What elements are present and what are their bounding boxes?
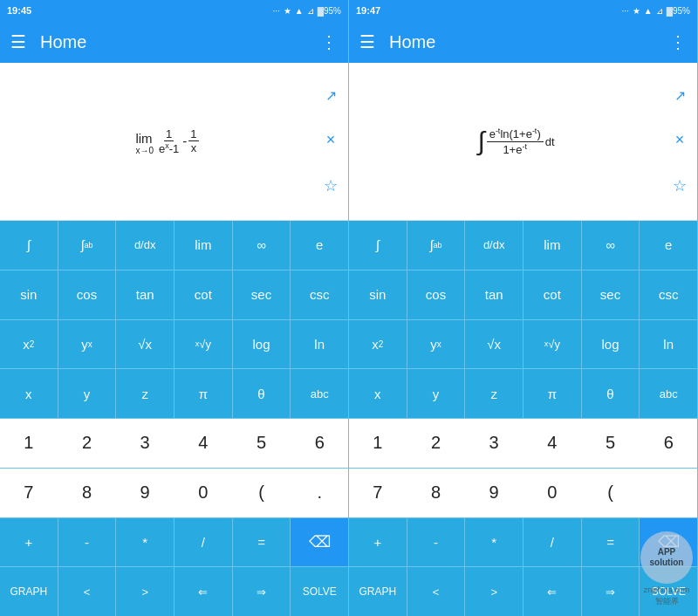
key-log-left[interactable]: log (233, 320, 291, 369)
key-abc-left[interactable]: abc (291, 369, 348, 418)
key-3-right[interactable]: 3 (465, 419, 524, 468)
key-tan-right[interactable]: tan (465, 270, 524, 319)
key-div-right[interactable]: / (524, 518, 582, 567)
key-graph-right[interactable]: GRAPH (349, 567, 407, 616)
key-inf-left[interactable]: ∞ (233, 221, 291, 270)
key-gt-right[interactable]: > (465, 567, 524, 616)
key-theta-right[interactable]: θ (582, 369, 640, 418)
key-cos-right[interactable]: cos (407, 270, 466, 319)
key-lim-left[interactable]: lim (174, 221, 233, 270)
key-plus-right[interactable]: + (349, 518, 407, 567)
key-6-right[interactable]: 6 (640, 419, 697, 468)
key-theta-left[interactable]: θ (233, 369, 291, 418)
key-mult-left[interactable]: * (116, 518, 174, 567)
key-integral-ab-right[interactable]: ∫ab (407, 221, 466, 270)
key-lim-right[interactable]: lim (524, 221, 582, 270)
key-8-left[interactable]: 8 (58, 469, 117, 517)
key-sec-left[interactable]: sec (233, 270, 291, 319)
key-ln-left[interactable]: ln (291, 320, 348, 369)
key-7-right[interactable]: 7 (349, 469, 407, 517)
key-e-left[interactable]: e (291, 221, 348, 270)
close-icon-left[interactable]: × (326, 131, 336, 149)
key-7-left[interactable]: 7 (0, 469, 58, 517)
key-backspace-left[interactable]: ⌫ (291, 518, 348, 567)
math-expression-left[interactable]: lim x→0 1 ex-1 - 1 x (10, 120, 324, 162)
key-z-right[interactable]: z (465, 369, 524, 418)
key-tan-left[interactable]: tan (116, 270, 174, 319)
key-sin-left[interactable]: sin (0, 270, 58, 319)
key-y-right[interactable]: y (407, 369, 466, 418)
key-0-right[interactable]: 0 (524, 469, 582, 517)
key-6-left[interactable]: 6 (291, 419, 348, 468)
key-z-left[interactable]: z (116, 369, 174, 418)
key-xrooty-left[interactable]: x√y (174, 320, 233, 369)
key-cos-left[interactable]: cos (58, 270, 117, 319)
key-gt-left[interactable]: > (116, 567, 174, 616)
key-ddx-right[interactable]: d/dx (465, 221, 524, 270)
menu-icon-left[interactable]: ☰ (10, 31, 26, 52)
key-lparen-right[interactable]: ( (582, 469, 640, 517)
key-x2-right[interactable]: x2 (349, 320, 407, 369)
key-plus-left[interactable]: + (0, 518, 58, 567)
key-0-left[interactable]: 0 (174, 469, 233, 517)
key-minus-right[interactable]: - (407, 518, 466, 567)
key-log-right[interactable]: log (582, 320, 640, 369)
key-xrooty-right[interactable]: x√y (524, 320, 582, 369)
key-rarrow-left[interactable]: ⇒ (233, 567, 291, 616)
key-minus-left[interactable]: - (58, 518, 117, 567)
key-sqrt-right[interactable]: √x (465, 320, 524, 369)
star-icon-right[interactable]: ☆ (673, 176, 687, 195)
key-mult-right[interactable]: * (465, 518, 524, 567)
key-lt-left[interactable]: < (58, 567, 117, 616)
key-lt-right[interactable]: < (407, 567, 466, 616)
key-ln-right[interactable]: ln (640, 320, 697, 369)
key-sqrt-left[interactable]: √x (116, 320, 174, 369)
key-dot-left[interactable]: . (291, 469, 348, 517)
key-pi-left[interactable]: π (174, 369, 233, 418)
key-sec-right[interactable]: sec (582, 270, 640, 319)
expand-icon-right[interactable]: ↗ (674, 87, 686, 104)
key-rarrow-right[interactable]: ⇒ (582, 567, 640, 616)
key-inf-right[interactable]: ∞ (582, 221, 640, 270)
math-expression-right[interactable]: ∫ e-tln(1+e-t) 1+e-t dt (359, 120, 673, 163)
key-3-left[interactable]: 3 (116, 419, 174, 468)
key-2-left[interactable]: 2 (58, 419, 117, 468)
key-graph-left[interactable]: GRAPH (0, 567, 58, 616)
key-4-left[interactable]: 4 (174, 419, 233, 468)
key-5-left[interactable]: 5 (233, 419, 291, 468)
key-ddx-left[interactable]: d/dx (116, 221, 174, 270)
more-icon-right[interactable]: ⋮ (669, 31, 687, 52)
key-9-left[interactable]: 9 (116, 469, 174, 517)
key-csc-left[interactable]: csc (291, 270, 348, 319)
key-abc-right[interactable]: abc (640, 369, 697, 418)
key-eq-left[interactable]: = (233, 518, 291, 567)
key-csc-right[interactable]: csc (640, 270, 697, 319)
key-1-left[interactable]: 1 (0, 419, 58, 468)
key-4-right[interactable]: 4 (524, 419, 582, 468)
key-integral-right[interactable]: ∫ (349, 221, 407, 270)
more-icon-left[interactable]: ⋮ (320, 31, 338, 52)
key-5-right[interactable]: 5 (582, 419, 640, 468)
key-y-left[interactable]: y (58, 369, 117, 418)
key-x2-left[interactable]: x2 (0, 320, 58, 369)
key-larrow-right[interactable]: ⇐ (524, 567, 582, 616)
key-cot-left[interactable]: cot (174, 270, 233, 319)
key-8-right[interactable]: 8 (407, 469, 466, 517)
key-eq-right[interactable]: = (582, 518, 640, 567)
key-larrow-left[interactable]: ⇐ (174, 567, 233, 616)
key-integral-left[interactable]: ∫ (0, 221, 58, 270)
expand-icon-left[interactable]: ↗ (325, 87, 337, 104)
key-cot-right[interactable]: cot (524, 270, 582, 319)
key-x-right[interactable]: x (349, 369, 407, 418)
menu-icon-right[interactable]: ☰ (359, 31, 375, 52)
key-x-left[interactable]: x (0, 369, 58, 418)
close-icon-right[interactable]: × (675, 131, 685, 149)
key-sin-right[interactable]: sin (349, 270, 407, 319)
key-1-right[interactable]: 1 (349, 419, 407, 468)
key-yx-left[interactable]: yx (58, 320, 117, 369)
key-lparen-left[interactable]: ( (233, 469, 291, 517)
key-div-left[interactable]: / (174, 518, 233, 567)
key-2-right[interactable]: 2 (407, 419, 466, 468)
key-e-right[interactable]: e (640, 221, 697, 270)
key-integral-ab-left[interactable]: ∫ab (58, 221, 117, 270)
